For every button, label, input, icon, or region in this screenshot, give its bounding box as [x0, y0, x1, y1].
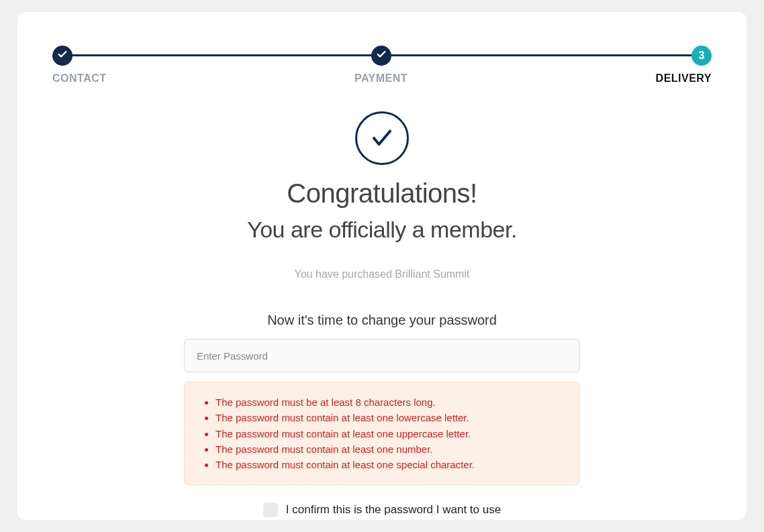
page-subtitle: You are officially a member.	[52, 217, 712, 243]
password-input[interactable]	[184, 339, 580, 372]
password-error-item: The password must contain at least one s…	[216, 457, 561, 472]
step-contact: CONTACT	[52, 46, 107, 85]
confirm-checkbox[interactable]	[263, 502, 278, 517]
page-title: Congratulations!	[52, 178, 712, 209]
password-error-item: The password must contain at least one u…	[216, 426, 561, 441]
step-label-delivery: DELIVERY	[656, 72, 712, 85]
step-circle-payment	[371, 46, 391, 66]
password-error-box: The password must be at least 8 characte…	[184, 382, 580, 485]
progress-stepper: CONTACT PAYMENT 3 DELIVERY	[52, 46, 712, 85]
success-check-icon	[355, 111, 409, 165]
password-error-list: The password must be at least 8 characte…	[203, 394, 561, 472]
confirm-row: I confirm this is the password I want to…	[184, 502, 580, 517]
step-payment: PAYMENT	[354, 46, 408, 85]
success-icon-wrap	[52, 111, 712, 165]
step-delivery: 3 DELIVERY	[656, 46, 712, 85]
password-error-item: The password must contain at least one n…	[216, 441, 561, 457]
checkout-card: CONTACT PAYMENT 3 DELIVERY Congratulatio…	[17, 12, 747, 520]
check-icon	[57, 49, 68, 62]
step-circle-delivery: 3	[691, 46, 712, 66]
step-circle-contact	[52, 46, 73, 66]
confirm-label: I confirm this is the password I want to…	[286, 503, 501, 517]
step-label-contact: CONTACT	[52, 72, 107, 85]
password-error-item: The password must be at least 8 characte…	[216, 394, 561, 410]
check-icon	[376, 49, 387, 62]
password-prompt: Now it's time to change your password	[52, 313, 712, 328]
password-form: The password must be at least 8 characte…	[184, 339, 580, 517]
step-label-payment: PAYMENT	[354, 72, 408, 85]
purchased-text: You have purchased Brilliant Summit	[52, 268, 712, 280]
content: Congratulations! You are officially a me…	[52, 111, 712, 517]
password-error-item: The password must contain at least one l…	[216, 410, 561, 425]
